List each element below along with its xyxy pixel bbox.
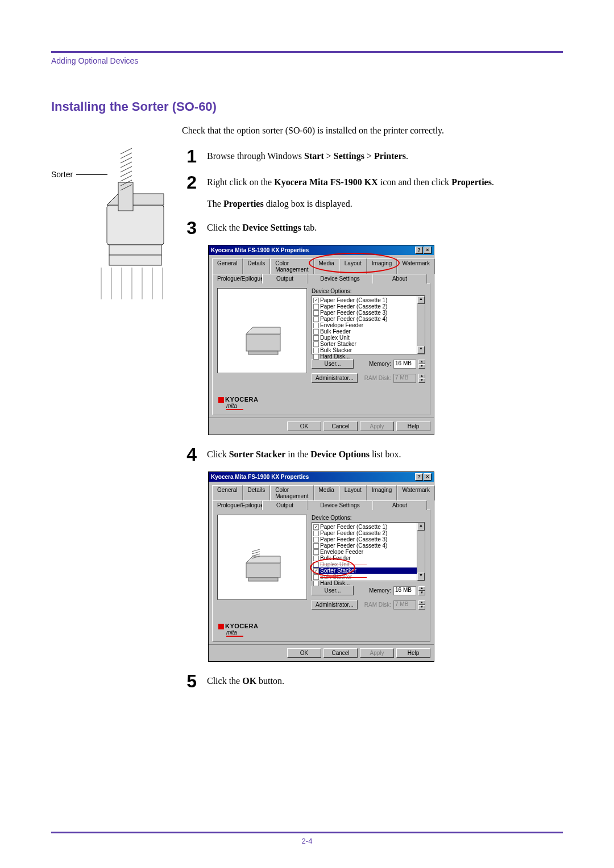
checkbox-icon[interactable] bbox=[313, 524, 319, 530]
device-options-listbox[interactable]: Paper Feeder (Cassette 1) Paper Feeder (… bbox=[312, 295, 425, 354]
scroll-up-icon[interactable]: ▲ bbox=[417, 296, 425, 304]
page-number: 2-4 bbox=[0, 837, 614, 845]
checkbox-icon[interactable] bbox=[313, 581, 319, 586]
list-item-label: Paper Feeder (Cassette 4) bbox=[320, 316, 387, 322]
apply-button: Apply bbox=[360, 648, 394, 658]
cancel-button[interactable]: Cancel bbox=[323, 422, 358, 431]
cancel-button[interactable]: Cancel bbox=[323, 648, 358, 658]
checkbox-icon[interactable] bbox=[313, 341, 319, 347]
help-icon[interactable]: ? bbox=[415, 473, 423, 481]
tab-imaging[interactable]: Imaging bbox=[367, 485, 397, 500]
tab-general[interactable]: General bbox=[212, 485, 243, 500]
menu-printers: Printers bbox=[374, 151, 406, 161]
device-settings-label: Device Settings bbox=[242, 223, 301, 232]
tab-watermark[interactable]: Watermark bbox=[397, 485, 435, 500]
menu-start: Start bbox=[304, 151, 324, 161]
tab-device-settings[interactable]: Device Settings bbox=[308, 500, 372, 510]
administrator-button[interactable]: Administrator... bbox=[312, 600, 358, 610]
svg-line-24 bbox=[252, 549, 260, 552]
tab-imaging[interactable]: Imaging bbox=[367, 258, 397, 274]
device-options-label: Device Options: bbox=[312, 515, 425, 521]
tab-watermark[interactable]: Watermark bbox=[397, 258, 435, 274]
checkbox-icon[interactable] bbox=[313, 310, 319, 316]
sep: > bbox=[364, 151, 374, 161]
ramdisk-spinner: ▲▼ bbox=[418, 374, 425, 383]
user-button[interactable]: User... bbox=[312, 359, 354, 369]
tab-color-management[interactable]: Color Management bbox=[270, 258, 313, 274]
checkbox-icon[interactable] bbox=[313, 574, 319, 580]
step-1: 1 Browse through Windows Start > Setting… bbox=[182, 147, 563, 165]
scrollbar[interactable]: ▲ ▼ bbox=[417, 296, 425, 354]
checkbox-icon[interactable] bbox=[313, 543, 319, 549]
scroll-down-icon[interactable]: ▼ bbox=[417, 346, 425, 354]
tab-output[interactable]: Output bbox=[262, 274, 308, 283]
checkbox-icon[interactable] bbox=[313, 531, 319, 536]
tab-device-settings[interactable]: Device Settings bbox=[308, 274, 372, 283]
memory-input[interactable]: 16 MB bbox=[393, 360, 416, 369]
svg-rect-2 bbox=[109, 255, 161, 265]
checkbox-icon[interactable] bbox=[313, 549, 319, 555]
sep: > bbox=[324, 151, 334, 161]
page-footer: 2-4 bbox=[0, 832, 614, 845]
ok-button[interactable]: OK bbox=[287, 648, 321, 658]
checkbox-icon[interactable] bbox=[313, 304, 319, 310]
checkbox-icon[interactable] bbox=[313, 568, 319, 574]
tab-about[interactable]: About bbox=[372, 274, 427, 283]
checkbox-icon[interactable] bbox=[313, 354, 319, 360]
tab-layout[interactable]: Layout bbox=[339, 258, 367, 274]
scrollbar[interactable]: ▲ ▼ bbox=[417, 523, 425, 581]
help-icon[interactable]: ? bbox=[415, 247, 423, 254]
tab-layout[interactable]: Layout bbox=[339, 485, 367, 500]
list-item-label: Paper Feeder (Cassette 2) bbox=[320, 303, 387, 310]
checkbox-icon[interactable] bbox=[313, 323, 319, 328]
tab-about[interactable]: About bbox=[372, 500, 427, 510]
svg-rect-3 bbox=[118, 182, 133, 211]
tab-details[interactable]: Details bbox=[243, 258, 271, 274]
help-button[interactable]: Help bbox=[396, 648, 430, 658]
memory-spinner[interactable]: ▲▼ bbox=[418, 586, 425, 595]
text: Browse through Windows bbox=[207, 151, 304, 161]
device-options-listbox[interactable]: Paper Feeder (Cassette 1) Paper Feeder (… bbox=[312, 522, 425, 581]
checkbox-icon[interactable] bbox=[313, 556, 319, 561]
checkbox-icon[interactable] bbox=[313, 562, 319, 567]
close-icon[interactable]: × bbox=[424, 473, 432, 481]
memory-spinner[interactable]: ▲▼ bbox=[418, 360, 425, 369]
printer-mini-icon bbox=[240, 549, 286, 583]
administrator-button[interactable]: Administrator... bbox=[312, 373, 358, 383]
checkbox-icon[interactable] bbox=[313, 329, 319, 335]
instruction-column: Check that the option sorter (SO-60) is … bbox=[182, 126, 563, 698]
dialog-title: Kyocera Mita FS-1900 KX Properties bbox=[211, 474, 309, 480]
step-body: Browse through Windows Start > Settings … bbox=[207, 147, 563, 163]
checkbox-icon[interactable] bbox=[313, 537, 319, 542]
scroll-up-icon[interactable]: ▲ bbox=[417, 523, 425, 531]
tab-color-management[interactable]: Color Management bbox=[270, 485, 313, 500]
tab-details[interactable]: Details bbox=[243, 485, 271, 500]
tab-prologue-epilogue[interactable]: Prologue/Epilogue bbox=[212, 274, 262, 283]
close-icon[interactable]: × bbox=[424, 247, 432, 254]
svg-line-8 bbox=[121, 166, 132, 172]
memory-input[interactable]: 16 MB bbox=[393, 586, 416, 595]
properties-word: Properties bbox=[451, 177, 492, 187]
dialog-screenshot-2: Kyocera Mita FS-1900 KX Properties ?× Ge… bbox=[208, 471, 563, 662]
text: . bbox=[492, 177, 494, 187]
user-button[interactable]: User... bbox=[312, 586, 354, 595]
checkbox-icon[interactable] bbox=[313, 335, 319, 341]
tab-output[interactable]: Output bbox=[262, 500, 308, 510]
checkbox-icon[interactable] bbox=[313, 298, 319, 303]
checkbox-icon[interactable] bbox=[313, 316, 319, 322]
tab-general[interactable]: General bbox=[212, 258, 243, 274]
ok-button[interactable]: OK bbox=[287, 422, 321, 431]
svg-line-7 bbox=[121, 162, 132, 168]
tab-media[interactable]: Media bbox=[314, 258, 339, 274]
admin-ramdisk-row: Administrator... RAM Disk: 7 MB ▲▼ bbox=[312, 600, 425, 610]
svg-rect-1 bbox=[109, 245, 161, 255]
help-button[interactable]: Help bbox=[396, 422, 430, 431]
text: . bbox=[406, 151, 408, 161]
checkbox-icon[interactable] bbox=[313, 348, 319, 353]
scroll-down-icon[interactable]: ▼ bbox=[417, 573, 425, 581]
tab-prologue-epilogue[interactable]: Prologue/Epilogue bbox=[212, 500, 262, 510]
svg-rect-22 bbox=[246, 563, 280, 578]
device-options-label: Device Options: bbox=[312, 288, 425, 294]
step-sub: The Properties dialog box is displayed. bbox=[207, 197, 563, 211]
tab-media[interactable]: Media bbox=[314, 485, 339, 500]
